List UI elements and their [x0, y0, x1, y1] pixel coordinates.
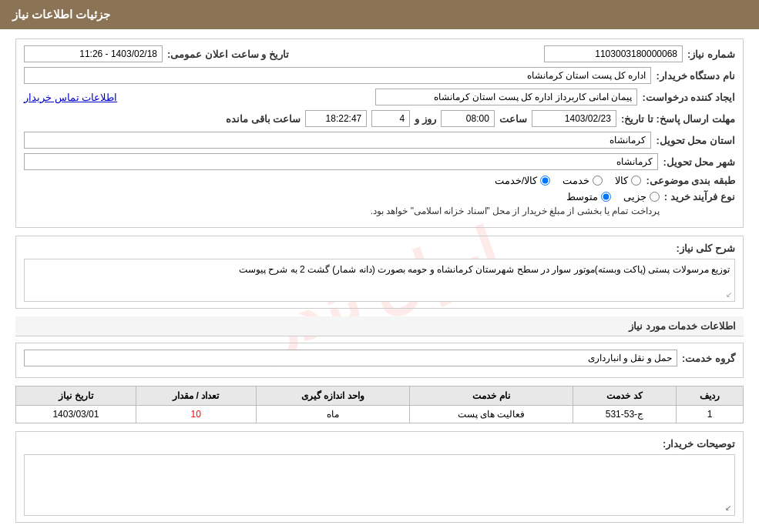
toseif-label: توصیحات خریدار: [643, 438, 735, 450]
noFarayand-radio-motavasset-label: متوسط [566, 191, 598, 202]
cell-name: فعالیت های پست [410, 406, 573, 423]
cell-unit: ماه [256, 406, 410, 423]
ostan-label: استان محل تحویل: [656, 135, 735, 146]
sharh-text: توزیع مرسولات پستی (پاکت وبسته)موتور سوا… [239, 264, 730, 275]
khadamat-table-section: ردیف کد خدمت نام خدمت واحد اندازه گیری ت… [15, 386, 744, 423]
noFarayand-note: پرداخت تمام یا بخشی از مبلغ خریدار از مح… [371, 206, 660, 216]
shomareNiaz-label: شماره نیاز: [687, 49, 735, 60]
tabaqe-radio-kala-input[interactable] [631, 176, 641, 186]
cell-radif: 1 [677, 406, 744, 423]
ijadKonande-input[interactable] [375, 89, 637, 105]
noFarayand-radio-motavasset[interactable]: متوسط [566, 191, 611, 202]
col-date: تاریخ نیاز [16, 386, 136, 406]
col-name: نام خدمت [410, 386, 573, 406]
tabaqe-label: طبقه بندی موضوعی: [646, 175, 735, 186]
shahr-label: شهر محل تحویل: [663, 156, 735, 168]
khadamat-group-label: گروه خدمت: [682, 353, 735, 364]
shahr-input[interactable] [24, 153, 658, 170]
tabaqe-radio-kala-label: کالا [615, 175, 628, 186]
shomareNiaz-input[interactable] [544, 45, 683, 62]
description-arrow-icon: ↙ [725, 504, 731, 512]
mohlat-baqi-input[interactable] [305, 110, 367, 127]
sharh-arrow: ↙ [726, 290, 732, 299]
mohlat-roz-input[interactable] [371, 110, 410, 127]
noFarayand-radio-jozi-label: جزیی [623, 191, 646, 202]
col-count: تعداد / مقدار [136, 386, 256, 406]
cell-code: ج-53-531 [573, 406, 676, 423]
tabaqe-radio-kala[interactable]: کالا [615, 175, 641, 186]
table-row: 1 ج-53-531 فعالیت های پست ماه 10 1403/03… [16, 406, 744, 423]
col-radif: ردیف [677, 386, 744, 406]
noFarayand-radio-jozi[interactable]: جزیی [623, 191, 660, 202]
page-header: جزئیات اطلاعات نیاز [0, 0, 759, 29]
mohlat-date-input[interactable] [532, 110, 616, 127]
namDastgah-input[interactable] [24, 67, 651, 84]
namDastgah-label: نام دستگاه خریدار: [656, 70, 735, 82]
col-code: کد خدمت [573, 386, 676, 406]
noFarayand-radio-group: جزیی متوسط [371, 191, 660, 202]
tabaqe-radio-kala-khadamat-label: کالا/خدمت [495, 175, 538, 186]
mohlat-baqi-label: ساعت باقی مانده [226, 113, 301, 125]
mohlat-saat-input[interactable] [441, 110, 495, 127]
sharh-label: شرح کلی نیاز: [658, 243, 735, 254]
khadamat-table: ردیف کد خدمت نام خدمت واحد اندازه گیری ت… [15, 386, 744, 423]
khadamat-group-input[interactable] [24, 350, 677, 366]
noFarayand-radio-motavasset-input[interactable] [601, 192, 611, 202]
tabaqe-radio-khadamat-input[interactable] [593, 176, 603, 186]
noFarayand-radio-jozi-input[interactable] [650, 192, 660, 202]
col-unit: واحد اندازه گیری [256, 386, 410, 406]
khadamat-section-title: اطلاعات خدمات مورد نیاز [15, 316, 744, 336]
tarikh-label: تاریخ و ساعت اعلان عمومی: [167, 49, 289, 60]
tabaqe-radio-kala-khadamat-input[interactable] [540, 176, 550, 186]
cell-count: 10 [136, 406, 256, 423]
tarikh-input[interactable] [24, 45, 163, 62]
tabaqe-radio-group: کالا خدمت کالا/خدمت [495, 175, 642, 186]
mohlat-label: مهلت ارسال پاسخ: تا تاریخ: [621, 113, 735, 125]
ijadKonande-label: ایجاد کننده درخواست: [642, 92, 735, 103]
mohlat-roz-label: روز و [415, 113, 436, 125]
ostan-input[interactable] [24, 132, 651, 149]
tabaqe-radio-kala-khadamat[interactable]: کالا/خدمت [495, 175, 551, 186]
sharh-box: توزیع مرسولات پستی (پاکت وبسته)موتور سوا… [24, 259, 735, 302]
tabaqe-radio-khadamat-label: خدمت [563, 175, 589, 186]
tabaqe-radio-khadamat[interactable]: خدمت [563, 175, 603, 186]
ettelaat-link[interactable]: اطلاعات تماس خریدار [24, 92, 117, 103]
cell-date: 1403/03/01 [16, 406, 136, 423]
mohlat-saat-label: ساعت [499, 113, 527, 125]
noFarayand-label: نوع فرآیند خرید : [664, 191, 735, 202]
toseif-box[interactable]: ↙ [24, 454, 735, 516]
header-title: جزئیات اطلاعات نیاز [12, 8, 110, 21]
